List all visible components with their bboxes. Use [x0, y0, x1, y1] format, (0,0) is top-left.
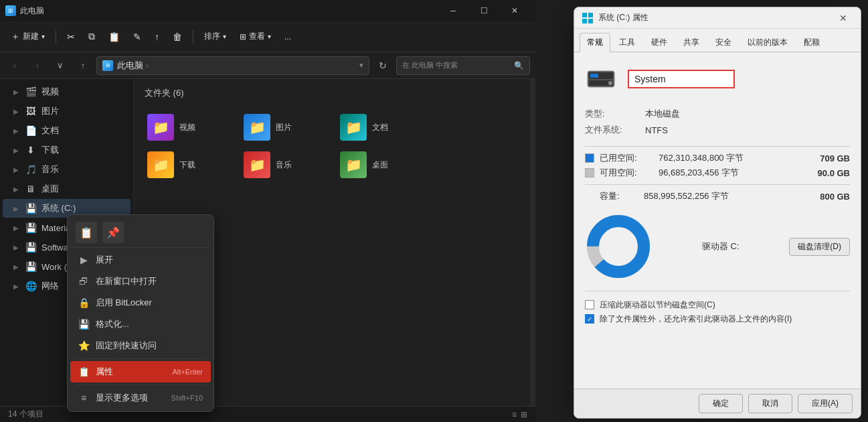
- sidebar-item-video[interactable]: ▶ 🎬 视频: [3, 82, 131, 101]
- drive-work-icon: 💾: [25, 261, 36, 272]
- tab-previous-versions[interactable]: 以前的版本: [740, 33, 795, 52]
- context-menu: 📋 📌 ▶ 展开 🗗 在新窗口中打开 🔒 启用 BitLocker 💾 格式化.…: [67, 214, 214, 412]
- search-box[interactable]: 在 此电脑 中搜索 🔍: [396, 56, 530, 75]
- sort-button[interactable]: 排序 ▾: [199, 28, 232, 45]
- divider2: [585, 184, 850, 185]
- index-checkbox-row: ✓ 除了文件属性外，还允许索引此驱动器上文件的内容(I): [585, 313, 850, 325]
- up-button[interactable]: ↑: [74, 56, 92, 75]
- share-button[interactable]: ↑: [149, 29, 165, 45]
- tab-general[interactable]: 常规: [580, 33, 610, 52]
- scrollbar[interactable]: [530, 79, 535, 406]
- toolbar-separator2: [193, 30, 193, 44]
- more-button[interactable]: ...: [279, 29, 296, 44]
- grid-view-icon[interactable]: ⊞: [521, 410, 527, 419]
- properties-close-button[interactable]: ✕: [834, 10, 853, 26]
- forward-button[interactable]: ›: [28, 56, 47, 75]
- rename-button[interactable]: ✎: [128, 29, 147, 45]
- folder-item-downloads[interactable]: 📁 下载: [142, 147, 236, 182]
- donut-svg: [585, 213, 652, 280]
- folder-item-music[interactable]: 📁 音乐: [238, 147, 332, 182]
- properties-icon: 📋: [78, 366, 89, 377]
- drive-material-icon: 💾: [25, 222, 36, 233]
- capacity-row: 容量: 858,995,552,256 字节 800 GB: [585, 190, 850, 202]
- type-value: 本地磁盘: [645, 106, 850, 122]
- context-menu-header: 📋 📌: [70, 218, 211, 248]
- tab-quota[interactable]: 配额: [796, 33, 827, 52]
- free-space-label: 可用空间:: [600, 167, 653, 179]
- ctx-pin-icon-btn[interactable]: 📌: [102, 222, 124, 243]
- address-input[interactable]: ⊞ 此电脑 › ▾: [96, 56, 369, 75]
- used-space-label: 已用空间:: [600, 152, 653, 164]
- explorer-close-button[interactable]: ✕: [499, 0, 530, 21]
- music-icon: 🎵: [25, 164, 36, 175]
- paste-button[interactable]: 📋: [103, 29, 125, 45]
- folder-item-video[interactable]: 📁 视频: [142, 110, 236, 145]
- svg-rect-3: [588, 19, 593, 23]
- ctx-item-expand[interactable]: ▶ 展开: [70, 249, 211, 271]
- downloads-icon: ⬇: [25, 145, 36, 155]
- disk-cleanup-button[interactable]: 磁盘清理(D): [789, 238, 850, 256]
- folder-section-header: 文件夹 (6): [139, 84, 525, 102]
- delete-icon: 🗑: [173, 31, 182, 42]
- refresh-button[interactable]: ↻: [373, 56, 392, 75]
- used-space-bytes: 762,310,348,800 字节: [659, 152, 814, 164]
- cut-button[interactable]: ✂: [62, 29, 80, 45]
- ctx-item-properties[interactable]: 📋 属性 Alt+Enter: [70, 361, 211, 382]
- drive-software-icon: 💾: [25, 242, 36, 253]
- ctx-item-format[interactable]: 💾 格式化...: [70, 313, 211, 335]
- apply-button[interactable]: 应用(A): [798, 394, 853, 413]
- free-color-indicator: [585, 168, 594, 178]
- tab-tools[interactable]: 工具: [612, 33, 642, 52]
- folder-item-pictures[interactable]: 📁 图片: [238, 110, 332, 145]
- view-button[interactable]: ⊞ 查看 ▾: [234, 28, 276, 45]
- index-checkbox[interactable]: ✓: [585, 314, 594, 324]
- sidebar-item-downloads[interactable]: ▶ ⬇ 下载: [3, 141, 131, 159]
- back-button[interactable]: ‹: [5, 56, 24, 75]
- capacity-label: 容量:: [585, 190, 638, 202]
- svg-rect-0: [582, 13, 587, 17]
- status-text: 14 个项目: [8, 409, 44, 420]
- expand-icon: ▶: [78, 255, 89, 265]
- drive-name-input[interactable]: System: [628, 70, 735, 88]
- title-bar: ⊞ 此电脑 ─ ☐ ✕: [0, 0, 535, 21]
- ctx-item-bitlocker[interactable]: 🔒 启用 BitLocker: [70, 292, 211, 313]
- ctx-item-open-new-window[interactable]: 🗗 在新窗口中打开: [70, 271, 211, 292]
- list-view-icon[interactable]: ≡: [512, 410, 517, 419]
- tab-sharing[interactable]: 共享: [676, 33, 707, 52]
- ok-button[interactable]: 确定: [699, 394, 743, 413]
- new-button[interactable]: ＋ 新建 ▾: [5, 28, 50, 46]
- window-controls: ─ ☐ ✕: [438, 0, 530, 21]
- ctx-copy-icon-btn[interactable]: 📋: [76, 222, 97, 243]
- ctx-separator: [76, 358, 205, 359]
- breadcrumb-text: 此电脑: [117, 60, 143, 72]
- compress-checkbox[interactable]: [585, 300, 594, 309]
- cancel-button[interactable]: 取消: [748, 394, 792, 413]
- used-space-row: 已用空间: 762,310,348,800 字节 709 GB: [585, 152, 850, 164]
- tab-security[interactable]: 安全: [708, 33, 739, 52]
- properties-title-icon: [582, 13, 593, 23]
- copy-button[interactable]: ⧉: [83, 28, 100, 45]
- delete-button[interactable]: 🗑: [167, 29, 187, 45]
- maximize-button[interactable]: ☐: [468, 0, 499, 21]
- file-grid: 📁 视频 📁 图片 📁 文档 📁 下载 📁 音乐: [139, 107, 525, 185]
- expand-button[interactable]: ∨: [51, 56, 70, 75]
- pictures-icon: 🖼: [25, 106, 36, 117]
- ctx-item-pin-quick[interactable]: ⭐ 固定到快速访问: [70, 335, 211, 356]
- ctx-item-more-options[interactable]: ≡ 显示更多选项 Shift+F10: [70, 387, 211, 409]
- minimize-button[interactable]: ─: [438, 0, 468, 21]
- folder-item-desktop[interactable]: 📁 桌面: [335, 147, 428, 182]
- disk-usage-chart: 驱动器 C: 磁盘清理(D): [585, 213, 850, 280]
- properties-title-bar: 系统 (C:) 属性 ✕: [574, 7, 861, 29]
- explorer-title: 此电脑: [20, 5, 434, 17]
- sidebar-item-music[interactable]: ▶ 🎵 音乐: [3, 160, 131, 179]
- sidebar-item-desktop[interactable]: ▶ 🖥 桌面: [3, 180, 131, 198]
- folder-item-documents[interactable]: 📁 文档: [335, 110, 428, 145]
- sidebar-item-pictures[interactable]: ▶ 🖼 图片: [3, 102, 131, 121]
- tab-hardware[interactable]: 硬件: [644, 33, 675, 52]
- folder-thumb-video: 📁: [147, 114, 174, 141]
- sidebar-item-documents[interactable]: ▶ 📄 文档: [3, 121, 131, 140]
- properties-checkboxes: 压缩此驱动器以节约磁盘空间(C) ✓ 除了文件属性外，还允许索引此驱动器上文件的…: [585, 291, 850, 325]
- folder-thumb-music: 📁: [244, 151, 270, 178]
- toolbar: ＋ 新建 ▾ ✂ ⧉ 📋 ✎ ↑ 🗑 排序 ▾ ⊞ 查看 ▾: [0, 21, 535, 52]
- index-label: 除了文件属性外，还允许索引此驱动器上文件的内容(I): [600, 313, 792, 325]
